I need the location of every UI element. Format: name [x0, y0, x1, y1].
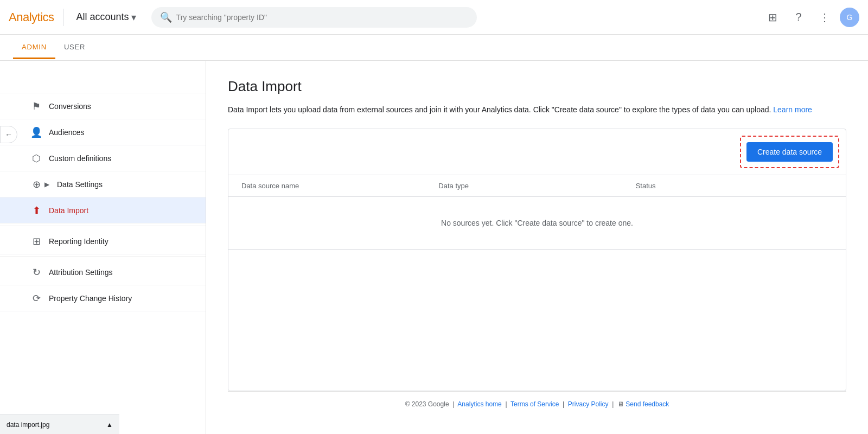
page-title: Data Import [228, 78, 846, 95]
sidebar: ← ⚑ Conversions 👤 Audiences ⬡ Custom def… [0, 61, 206, 434]
page-description: Data Import lets you upload data from ex… [228, 104, 825, 116]
table-toolbar: Create data source [228, 129, 846, 175]
sidebar-item-label: Data Import [49, 206, 88, 215]
terms-of-service-link[interactable]: Terms of Service [510, 400, 559, 408]
user-avatar[interactable]: G [840, 8, 859, 27]
copyright: © 2023 Google [405, 400, 449, 408]
downloaded-filename: data import.jpg [7, 421, 49, 429]
create-data-source-button[interactable]: Create data source [746, 142, 833, 162]
sidebar-item-label: Attribution Settings [49, 268, 113, 277]
col-data-type: Data type [438, 182, 635, 190]
loop-icon: ↻ [30, 266, 42, 278]
sidebar-item-attribution-settings[interactable]: ↻ Attribution Settings [0, 259, 206, 285]
bottom-download-bar: data import.jpg ▲ [0, 414, 119, 434]
account-label: All accounts [76, 11, 129, 23]
col-status: Status [636, 182, 833, 190]
send-feedback-link[interactable]: Send feedback [626, 400, 669, 408]
person-icon: 👤 [30, 126, 42, 138]
topbar-divider [63, 9, 63, 26]
sidebar-item-label: Custom definitions [49, 154, 111, 163]
help-icon: ? [795, 11, 801, 23]
account-switcher[interactable]: All accounts ▾ [72, 9, 141, 25]
search-bar[interactable]: 🔍 [151, 7, 477, 28]
help-button[interactable]: ? [788, 7, 809, 28]
history-icon: ⟳ [30, 292, 42, 304]
more-options-button[interactable]: ⋮ [814, 7, 835, 28]
feedback-icon: 🖥 [617, 400, 624, 408]
tabbar: ADMIN USER [0, 35, 868, 61]
chevron-down-icon: ▾ [131, 11, 136, 23]
sidebar-divider-2 [0, 257, 206, 257]
data-table-container: Create data source Data source name Data… [228, 129, 846, 391]
col-data-source-name: Data source name [241, 182, 438, 190]
table-empty-message: No sources yet. Click "Create data sourc… [228, 197, 846, 250]
sidebar-item-label: Conversions [49, 102, 91, 111]
upload-icon: ⬆ [30, 205, 42, 216]
tab-admin[interactable]: ADMIN [13, 36, 55, 59]
create-btn-highlight: Create data source [742, 138, 837, 166]
page-footer: © 2023 Google | Analytics home | Terms o… [228, 391, 846, 417]
sidebar-item-audiences[interactable]: 👤 Audiences [0, 119, 206, 145]
sidebar-item-data-settings[interactable]: ⊕ ▶ Data Settings [0, 171, 206, 197]
sidebar-item-label: Audiences [49, 128, 84, 137]
schema-icon: ⬡ [30, 152, 42, 164]
topbar-actions: ⊞ ? ⋮ G [762, 7, 859, 28]
search-icon: 🔍 [160, 11, 172, 23]
sidebar-item-reporting-identity[interactable]: ⊞ Reporting Identity [0, 228, 206, 254]
sidebar-item-property-change-history[interactable]: ⟳ Property Change History [0, 285, 206, 311]
sidebar-item-data-import[interactable]: ⬆ Data Import [0, 197, 206, 224]
sidebar-item-label: Reporting Identity [49, 237, 108, 246]
flag-icon: ⚑ [30, 100, 42, 112]
grid-icon-button[interactable]: ⊞ [762, 7, 783, 28]
collapse-icon: ← [5, 130, 12, 139]
tab-user[interactable]: USER [55, 36, 94, 59]
sidebar-divider [0, 226, 206, 226]
expand-icon[interactable]: ▲ [106, 421, 113, 429]
topbar: Analytics All accounts ▾ 🔍 ⊞ ? ⋮ G [0, 0, 868, 35]
sidebar-item-conversions[interactable]: ⚑ Conversions [0, 93, 206, 119]
grid-icon: ⊞ [768, 11, 777, 24]
table-header: Data source name Data type Status [228, 175, 846, 197]
sidebar-item-custom-definitions[interactable]: ⬡ Custom definitions [0, 145, 206, 171]
layers-icon: ⊕ [30, 178, 42, 190]
main-content: Data Import Data Import lets you upload … [206, 61, 868, 434]
app-logo: Analytics [9, 10, 54, 24]
analytics-home-link[interactable]: Analytics home [457, 400, 501, 408]
more-icon: ⋮ [819, 11, 830, 24]
privacy-policy-link[interactable]: Privacy Policy [568, 400, 609, 408]
main-layout: ← ⚑ Conversions 👤 Audiences ⬡ Custom def… [0, 61, 868, 434]
search-input[interactable] [176, 13, 468, 22]
sidebar-collapse-button[interactable]: ← [0, 126, 17, 143]
sidebar-item-label: Data Settings [57, 180, 103, 189]
reporting-icon: ⊞ [30, 235, 42, 247]
expand-arrow-icon: ▶ [44, 181, 49, 188]
learn-more-link[interactable]: Learn more [773, 105, 812, 114]
sidebar-item-label: Property Change History [49, 294, 132, 303]
